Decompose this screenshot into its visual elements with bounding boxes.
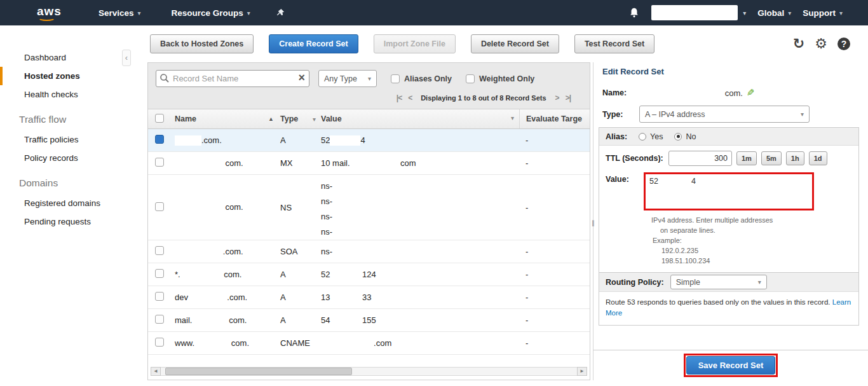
chevron-down-icon: ▾ — [368, 75, 371, 82]
support-menu[interactable]: Support ▾ — [803, 8, 843, 18]
resource-groups-menu[interactable]: Resource Groups ▾ — [172, 8, 250, 18]
type-filter-value: Any Type — [324, 74, 357, 83]
scrollbar-thumb[interactable] — [165, 368, 353, 375]
record-sets-panel: × Any Type ▾ Aliases Only Weighted Only … — [147, 62, 590, 380]
record-value: 13 33 — [321, 290, 372, 305]
record-evaluate-target: - — [519, 293, 590, 302]
sidebar-item-pending-requests[interactable]: Pending requests — [0, 212, 147, 231]
table-row[interactable]: *. com. A 52 124 - — [148, 263, 590, 286]
routing-policy-dropdown[interactable]: Simple ▾ — [670, 275, 767, 289]
sidebar-navigation: Dashboard Hosted zones Health checks Tra… — [0, 25, 147, 386]
value-help-text: IPv4 address. Enter multiple addresses o… — [651, 215, 858, 266]
redacted-text — [175, 135, 201, 146]
alias-row: Alias: Yes No — [599, 128, 858, 146]
scrollbar-track[interactable] — [161, 367, 577, 376]
scroll-left-icon[interactable]: ◄ — [151, 367, 161, 376]
table-row[interactable]: www. com. CNAME .com - — [148, 332, 590, 355]
ttl-preset-1d-button[interactable]: 1d — [809, 151, 827, 165]
table-row[interactable]: .com. SOA ns- - — [148, 240, 590, 263]
sidebar-item-policy-records[interactable]: Policy records — [0, 149, 147, 167]
record-set-name-input[interactable] — [156, 70, 309, 87]
ttl-preset-1m-button[interactable]: 1m — [736, 151, 757, 165]
routing-policy-label: Routing Policy: — [606, 278, 664, 287]
alias-yes-radio[interactable] — [639, 133, 646, 141]
horizontal-scrollbar[interactable]: ◄ ► — [151, 367, 587, 376]
last-page-icon[interactable]: >| — [566, 93, 571, 102]
back-to-hosted-zones-button[interactable]: Back to Hosted Zones — [150, 34, 254, 53]
row-checkbox[interactable] — [155, 269, 164, 278]
routing-policy-row: Routing Policy: Simple ▾ — [599, 273, 858, 292]
sidebar-item-hosted-zones[interactable]: Hosted zones — [0, 67, 147, 85]
table-row[interactable]: com. MX 10 mail. com - — [148, 152, 590, 175]
sidebar-item-traffic-policies[interactable]: Traffic policies — [0, 130, 147, 149]
weighted-only-label: Weighted Only — [479, 74, 534, 83]
pushpin-icon — [276, 8, 285, 18]
record-set-filter-bar: × Any Type ▾ Aliases Only Weighted Only … — [148, 63, 590, 109]
weighted-only-filter[interactable]: Weighted Only — [466, 74, 534, 83]
ttl-preset-5m-button[interactable]: 5m — [761, 151, 782, 165]
alias-no-option[interactable]: No — [674, 132, 696, 141]
weighted-only-checkbox[interactable] — [466, 74, 475, 83]
table-row[interactable]: .com. A 524 - — [148, 129, 590, 152]
clear-search-icon[interactable]: × — [298, 71, 305, 85]
previous-page-icon[interactable]: < — [408, 93, 412, 102]
sidebar-item-registered-domains[interactable]: Registered domains — [0, 194, 147, 212]
edit-record-set-panel: ∥ Edit Record Set Name: com. ✎ Type: A –… — [593, 62, 868, 380]
record-type-dropdown[interactable]: A – IPv4 address ▾ — [639, 106, 810, 123]
save-record-set-button[interactable]: Save Record Set — [686, 356, 776, 375]
record-type-value: A – IPv4 address — [645, 110, 705, 119]
region-label: Global — [757, 8, 784, 18]
refresh-icon[interactable]: ↻ — [793, 37, 804, 51]
first-page-icon[interactable]: |< — [397, 93, 402, 102]
ttl-input[interactable] — [668, 151, 732, 166]
row-checkbox[interactable] — [155, 338, 164, 347]
column-header-evaluate-target[interactable]: Evaluate Targe — [519, 109, 590, 128]
column-header-type[interactable]: Type ▾ — [280, 114, 321, 123]
settings-gear-icon[interactable]: ⚙ — [815, 37, 827, 51]
alias-label: Alias: — [606, 132, 627, 141]
create-record-set-button[interactable]: Create Record Set — [269, 34, 358, 53]
account-menu[interactable] — [651, 5, 738, 20]
table-row[interactable]: mail. com. A 54 155 - — [148, 309, 590, 332]
chevron-down-icon: ▾ — [758, 279, 761, 286]
row-checkbox[interactable] — [155, 202, 164, 211]
region-menu[interactable]: Global ▾ — [757, 8, 791, 18]
column-header-name[interactable]: Name ▲ — [171, 114, 280, 123]
next-page-icon[interactable]: > — [555, 93, 559, 102]
ttl-preset-1h-button[interactable]: 1h — [786, 151, 804, 165]
alias-no-label: No — [686, 132, 696, 141]
row-checkbox[interactable] — [155, 292, 164, 301]
select-all-checkbox[interactable] — [155, 114, 164, 123]
record-value-textarea[interactable]: 52 4 — [644, 172, 814, 210]
row-checkbox[interactable] — [155, 246, 164, 255]
alias-yes-option[interactable]: Yes — [639, 132, 663, 141]
panel-resize-handle[interactable]: ∥ — [592, 216, 595, 230]
edit-name-pencil-icon[interactable]: ✎ — [747, 87, 755, 99]
value-header-label: Value — [321, 114, 342, 123]
test-record-set-button[interactable]: Test Record Set — [574, 34, 654, 53]
row-checkbox[interactable] — [155, 158, 164, 167]
delete-record-set-button[interactable]: Delete Record Set — [471, 34, 559, 53]
aliases-only-label: Aliases Only — [404, 74, 452, 83]
scroll-right-icon[interactable]: ► — [577, 367, 587, 376]
help-icon[interactable]: ? — [837, 38, 850, 50]
column-header-value[interactable]: Value ▾ — [321, 114, 519, 123]
table-row[interactable]: dev .com. A 13 33 - — [148, 286, 590, 309]
aws-logo[interactable]: aws — [37, 4, 62, 21]
type-filter-dropdown[interactable]: Any Type ▾ — [318, 70, 377, 87]
notifications-bell-icon[interactable] — [628, 7, 640, 18]
ttl-row: TTL (Seconds): 1m 5m 1h 1d — [599, 146, 858, 170]
alias-no-radio[interactable] — [674, 133, 682, 141]
services-menu[interactable]: Services ▾ — [98, 8, 141, 18]
table-row[interactable]: com. NS ns- ns- ns- ns- - — [148, 175, 590, 240]
record-value: ns- ns- ns- ns- — [321, 179, 332, 240]
row-checkbox[interactable] — [155, 315, 164, 324]
pinned-shortcut-icon[interactable] — [276, 8, 285, 18]
record-type: A — [280, 270, 286, 279]
sidebar-collapse-button[interactable]: ‹ — [122, 50, 131, 66]
aliases-only-checkbox[interactable] — [391, 74, 400, 83]
row-checkbox[interactable] — [155, 135, 164, 144]
record-set-search: × — [156, 70, 309, 87]
sidebar-item-health-checks[interactable]: Health checks — [0, 85, 147, 104]
aliases-only-filter[interactable]: Aliases Only — [391, 74, 452, 83]
